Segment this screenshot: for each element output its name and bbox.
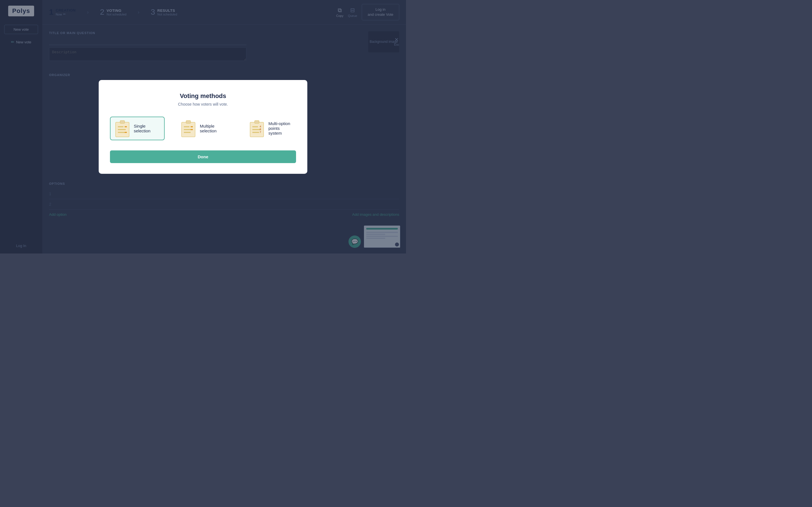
single-selection-option[interactable]: Single selection <box>110 117 165 140</box>
svg-rect-2 <box>118 126 123 127</box>
done-button[interactable]: Done <box>110 151 296 163</box>
svg-rect-4 <box>118 132 124 133</box>
svg-rect-11 <box>184 132 191 133</box>
svg-rect-3 <box>118 129 126 130</box>
svg-rect-12 <box>191 126 193 127</box>
svg-rect-10 <box>184 129 192 130</box>
svg-rect-5 <box>124 126 127 127</box>
single-selection-icon <box>115 120 130 137</box>
single-selection-label: Single selection <box>134 124 160 133</box>
svg-rect-8 <box>186 121 191 123</box>
voting-methods-modal: Voting methods Choose how voters will vo… <box>99 80 307 174</box>
modal-title: Voting methods <box>110 93 296 100</box>
svg-rect-13 <box>191 129 193 130</box>
svg-rect-1 <box>120 121 124 123</box>
svg-text:7: 7 <box>260 131 261 133</box>
multiple-selection-icon <box>181 120 196 137</box>
svg-text:4: 4 <box>260 125 261 128</box>
svg-rect-15 <box>255 121 259 123</box>
multiple-selection-option[interactable]: Multiple selection <box>176 117 233 140</box>
svg-rect-6 <box>124 132 127 133</box>
svg-text:8: 8 <box>260 128 261 131</box>
svg-rect-17 <box>252 129 260 130</box>
svg-rect-18 <box>252 132 259 133</box>
multiple-selection-label: Multiple selection <box>200 124 229 133</box>
modal-subtitle: Choose how voters will vote. <box>110 102 296 107</box>
multipoint-icon: 4 8 7 <box>250 120 264 137</box>
modal-overlay: Voting methods Choose how voters will vo… <box>0 0 406 253</box>
voting-methods-row: Single selection Multiple selection <box>110 117 296 140</box>
svg-rect-16 <box>252 126 258 127</box>
multipoint-option[interactable]: 4 8 7 Multi-option points system <box>245 117 296 140</box>
svg-rect-9 <box>184 126 190 127</box>
multipoint-label: Multi-option points system <box>268 121 291 135</box>
